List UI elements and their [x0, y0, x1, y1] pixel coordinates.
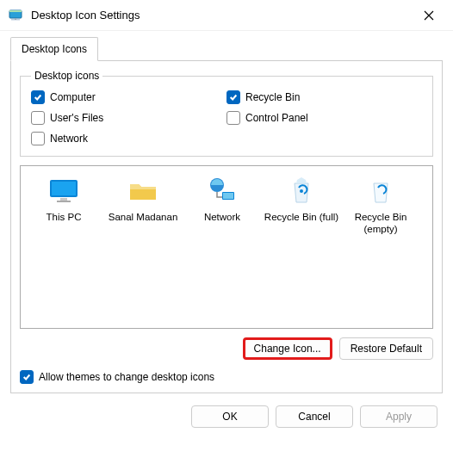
- recycle-empty-icon: [365, 175, 396, 206]
- icon-button-row: Change Icon... Restore Default: [20, 337, 433, 360]
- icon-recycle-empty[interactable]: Recycle Bin (empty): [343, 175, 419, 319]
- icon-user-folder[interactable]: Sanal Madanan: [105, 175, 181, 319]
- app-icon: [9, 8, 24, 23]
- themes-label: Allow themes to change desktop icons: [39, 371, 214, 383]
- footer-buttons: OK Cancel Apply: [0, 393, 453, 442]
- close-icon: [424, 10, 434, 21]
- checkbox-computer[interactable]: [31, 90, 45, 104]
- window-title: Desktop Icon Settings: [31, 9, 413, 22]
- apply-button[interactable]: Apply: [360, 405, 437, 428]
- checkbox-row-recycle: Recycle Bin: [226, 90, 422, 104]
- content-area: Desktop Icons Desktop icons Computer Rec…: [0, 31, 453, 393]
- folder-icon: [127, 175, 158, 206]
- checkbox-users-files[interactable]: [31, 111, 45, 125]
- checkbox-control-panel[interactable]: [226, 111, 240, 125]
- checkbox-grid: Computer Recycle Bin User's Files Contro…: [31, 90, 422, 145]
- group-legend: Desktop icons: [31, 70, 102, 82]
- network-icon: [207, 175, 238, 206]
- checkbox-allow-themes[interactable]: [20, 370, 34, 384]
- svg-rect-10: [223, 193, 233, 199]
- checkbox-row-controlpanel: Control Panel: [226, 111, 422, 125]
- svg-point-11: [300, 189, 303, 193]
- themes-row: Allow themes to change desktop icons: [20, 370, 433, 384]
- checkbox-network[interactable]: [31, 132, 45, 145]
- icon-label: This PC: [47, 211, 82, 223]
- icon-network[interactable]: Network: [184, 175, 260, 319]
- checkbox-label: Computer: [50, 91, 96, 103]
- close-button[interactable]: [413, 3, 444, 28]
- titlebar: Desktop Icon Settings: [0, 0, 453, 31]
- svg-rect-2: [15, 18, 16, 20]
- tab-panel: Desktop icons Computer Recycle Bin User'…: [10, 60, 443, 393]
- tab-desktop-icons[interactable]: Desktop Icons: [10, 37, 98, 61]
- svg-rect-7: [57, 201, 71, 202]
- checkbox-row-computer: Computer: [31, 90, 226, 104]
- monitor-icon: [48, 175, 79, 206]
- svg-rect-5: [52, 182, 76, 195]
- svg-rect-3: [9, 10, 22, 12]
- icon-this-pc[interactable]: This PC: [26, 175, 102, 319]
- icon-preview-panel: This PC Sanal Madanan Network Recycle Bi…: [20, 165, 433, 329]
- icon-recycle-full[interactable]: Recycle Bin (full): [264, 175, 339, 319]
- change-icon-button[interactable]: Change Icon...: [243, 337, 332, 360]
- restore-default-button[interactable]: Restore Default: [339, 337, 433, 360]
- icon-label: Sanal Madanan: [109, 211, 178, 223]
- icon-label: Network: [204, 211, 240, 223]
- cancel-button[interactable]: Cancel: [276, 405, 353, 428]
- checkbox-recycle-bin[interactable]: [226, 90, 240, 104]
- checkbox-label: Control Panel: [245, 112, 308, 124]
- tab-bar: Desktop Icons: [10, 36, 443, 60]
- icon-label: Recycle Bin (empty): [343, 211, 419, 236]
- ok-button[interactable]: OK: [191, 405, 269, 428]
- checkbox-label: Network: [50, 133, 88, 145]
- svg-rect-6: [60, 198, 67, 201]
- checkbox-label: Recycle Bin: [245, 91, 300, 103]
- checkbox-label: User's Files: [50, 112, 103, 124]
- desktop-icons-group: Desktop icons Computer Recycle Bin User'…: [20, 70, 433, 157]
- checkbox-row-userfiles: User's Files: [31, 111, 226, 125]
- checkbox-row-network: Network: [31, 132, 226, 145]
- recycle-full-icon: [286, 175, 317, 206]
- icon-label: Recycle Bin (full): [264, 211, 338, 223]
